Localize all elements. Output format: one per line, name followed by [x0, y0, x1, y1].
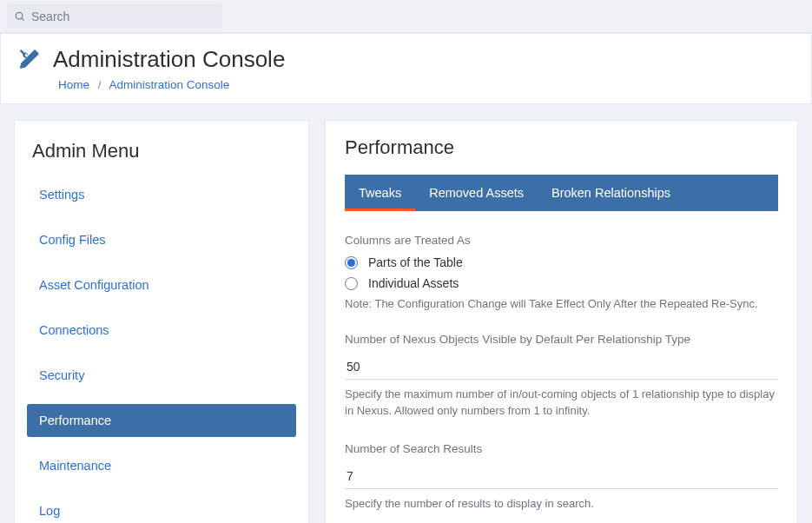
search-icon: [14, 10, 26, 23]
breadcrumb: Home / Administration Console: [58, 78, 795, 91]
topbar: [0, 0, 812, 33]
breadcrumb-separator: /: [98, 78, 102, 91]
sidebar-item-connections[interactable]: Connections: [27, 314, 296, 347]
columns-treated-note: Note: The Configuration Change will Take…: [345, 297, 778, 310]
sidebar-item-settings[interactable]: Settings: [27, 178, 296, 211]
breadcrumb-current[interactable]: Administration Console: [109, 78, 230, 91]
sidebar-item-config-files[interactable]: Config Files: [27, 223, 296, 256]
radio-parts-of-table[interactable]: Parts of the Table: [345, 255, 778, 269]
tab-removed-assets[interactable]: Removed Assets: [415, 175, 538, 211]
svg-line-1: [22, 17, 24, 20]
radio-individual-assets-input[interactable]: [345, 277, 358, 290]
radio-parts-of-table-input[interactable]: [345, 256, 358, 269]
sidebar-item-performance[interactable]: Performance: [27, 404, 296, 437]
columns-treated-section: Columns are Treated As Parts of the Tabl…: [345, 234, 778, 310]
page-header: Administration Console Home / Administra…: [0, 33, 812, 104]
radio-parts-of-table-label: Parts of the Table: [368, 255, 463, 269]
admin-tools-icon: [17, 48, 41, 72]
main-panel: Performance Tweaks Removed Assets Broken…: [325, 120, 798, 523]
nexus-objects-label: Number of Nexus Objects Visible by Defau…: [345, 333, 778, 346]
radio-individual-assets-label: Individual Assets: [368, 276, 459, 290]
search-input[interactable]: [31, 10, 215, 23]
sidebar-title: Admin Menu: [32, 140, 296, 162]
page-title: Administration Console: [53, 46, 285, 73]
sidebar-item-security[interactable]: Security: [27, 359, 296, 392]
nexus-objects-section: Number of Nexus Objects Visible by Defau…: [345, 333, 778, 420]
sidebar: Admin Menu Settings Config Files Asset C…: [14, 120, 309, 523]
nexus-objects-input[interactable]: [345, 354, 778, 380]
sidebar-item-asset-configuration[interactable]: Asset Configuration: [27, 268, 296, 301]
breadcrumb-home[interactable]: Home: [58, 78, 89, 91]
search-box[interactable]: [7, 4, 222, 29]
columns-treated-label: Columns are Treated As: [345, 234, 778, 247]
sidebar-item-maintenance[interactable]: Maintenance: [27, 449, 296, 482]
tab-tweaks[interactable]: Tweaks: [345, 175, 415, 211]
svg-point-0: [16, 12, 23, 19]
search-results-input[interactable]: [345, 464, 778, 489]
main-title: Performance: [345, 136, 778, 159]
search-results-section: Number of Search Results Specify the num…: [345, 442, 778, 513]
tabbar: Tweaks Removed Assets Broken Relationshi…: [345, 175, 778, 211]
radio-individual-assets[interactable]: Individual Assets: [345, 276, 778, 290]
sidebar-item-log[interactable]: Log: [27, 494, 296, 523]
nexus-objects-help: Specify the maximum number of in/out-com…: [345, 387, 778, 420]
sidebar-menu: Settings Config Files Asset Configuratio…: [27, 178, 296, 523]
tab-broken-relationships[interactable]: Broken Relationships: [538, 175, 684, 211]
search-results-help: Specify the number of results to display…: [345, 496, 778, 513]
search-results-label: Number of Search Results: [345, 442, 778, 455]
